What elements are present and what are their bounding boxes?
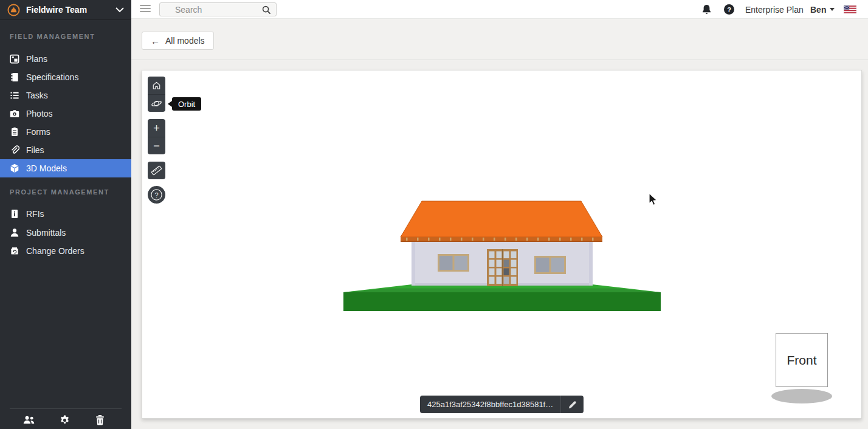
rename-model-button[interactable] [561,396,584,413]
app-root: Fieldwire Team FIELD MANAGEMENT Plans Sp… [0,0,868,429]
people-icon [23,416,35,424]
minus-icon: − [153,140,160,151]
sidebar-item-submittals[interactable]: Submittals [0,224,131,242]
wall-right-shade [589,241,593,286]
model-id-badge: 425a1f3af25342f8bbffec1d38581f… [420,396,584,413]
sidebar-item-label: Change Orders [26,246,84,256]
section-project-management: PROJECT MANAGEMENT [10,188,109,196]
back-arrow-icon: ← [151,36,160,46]
mouse-cursor [648,193,659,207]
sidebar-item-3d-models[interactable]: 3D Models [0,159,131,177]
sidebar: Fieldwire Team FIELD MANAGEMENT Plans Sp… [0,0,131,429]
settings-button[interactable] [58,414,71,426]
photos-icon [9,109,19,119]
sidebar-item-label: Specifications [26,72,78,82]
notifications-button[interactable] [701,0,712,19]
search-input[interactable] [160,3,276,16]
orbit-icon [151,98,162,109]
view-cube-front[interactable]: Front [776,333,828,387]
plus-icon: + [153,123,160,134]
roof [401,201,602,242]
sidebar-divider [10,408,122,409]
search-icon [262,5,271,15]
sidebar-item-label: Submittals [26,228,66,238]
lawn-front [343,292,661,311]
trash-button[interactable] [93,414,106,426]
cube-icon [9,163,19,174]
sidebar-item-photos[interactable]: Photos [0,105,131,123]
team-name: Fieldwire Team [26,5,115,15]
right-window [534,256,566,274]
secondary-toolbar: ← All models [131,19,868,60]
bell-icon [701,4,712,15]
pencil-icon [568,400,577,409]
plans-icon [9,54,19,64]
team-switcher[interactable]: Fieldwire Team [0,0,131,20]
people-button[interactable] [22,414,36,426]
measure-button[interactable] [148,162,165,179]
lawn-bevel [343,289,661,293]
house-3d-model[interactable] [328,197,669,319]
viewer-measure-group [148,162,165,179]
svg-text:?: ? [154,191,158,199]
viewer-zoom-group: + − [148,119,165,154]
home-view-button[interactable] [148,77,165,94]
sidebar-item-files[interactable]: Files [0,141,131,159]
trash-icon [95,415,105,425]
user-menu[interactable]: Ben [810,0,835,19]
front-door [487,249,518,286]
fieldwire-logo-icon [7,4,20,16]
orbit-tool-button[interactable] [148,94,165,112]
rfi-document-icon [9,209,19,219]
caret-down-icon [830,8,835,11]
sidebar-item-forms[interactable]: Forms [0,123,131,141]
sidebar-item-label: Photos [26,109,53,118]
sidebar-item-tasks[interactable]: Tasks [0,86,131,105]
ruler-icon [151,165,162,176]
sidebar-item-label: Tasks [26,91,48,100]
back-button-label: All models [165,36,205,46]
viewer-help-group: ? [148,186,165,204]
viewer-nav-group [148,77,165,112]
home-icon [151,80,162,91]
orbit-tooltip: Orbit [172,97,201,111]
sidebar-item-label: RFIs [26,209,44,219]
sidebar-item-specifications[interactable]: Specifications [0,68,131,86]
files-icon [9,145,19,156]
sidebar-item-label: Files [26,145,44,155]
person-icon [9,228,19,238]
sidebar-item-label: Forms [26,127,50,137]
wall-left-shade [412,241,415,286]
gear-icon [60,415,70,425]
specifications-icon [9,72,19,83]
section-field-management: FIELD MANAGEMENT [10,33,95,40]
viewer-help-button[interactable]: ? [148,186,165,204]
sidebar-item-change-orders[interactable]: Change Orders [0,242,131,260]
help-button[interactable]: ? [724,0,734,19]
plan-badge[interactable]: Enterprise Plan [745,0,804,19]
chevron-down-icon [115,7,124,13]
help-icon: ? [724,4,734,15]
zoom-out-button[interactable]: − [148,137,165,154]
language-selector[interactable] [844,0,856,19]
forms-icon [9,127,19,137]
left-window [438,254,469,272]
sidebar-item-rfis[interactable]: RFIs [0,205,131,223]
user-name: Ben [810,5,826,15]
search-box [159,2,277,16]
change-orders-icon [9,246,19,256]
hamburger-menu-icon[interactable] [140,5,151,13]
question-circle-icon: ? [150,188,163,201]
zoom-in-button[interactable]: + [148,119,165,137]
view-cube-shadow [771,389,832,403]
sidebar-item-label: Plans [26,54,47,64]
tooltip-arrow [168,101,172,107]
top-bar: ? Enterprise Plan Ben [131,0,868,19]
us-flag-icon [844,5,856,13]
tasks-icon [9,91,19,101]
model-id-text: 425a1f3af25342f8bbffec1d38581f… [420,400,560,409]
back-to-all-models-button[interactable]: ← All models [142,32,214,50]
sidebar-item-label: 3D Models [26,163,67,173]
sidebar-item-plans[interactable]: Plans [0,50,131,68]
